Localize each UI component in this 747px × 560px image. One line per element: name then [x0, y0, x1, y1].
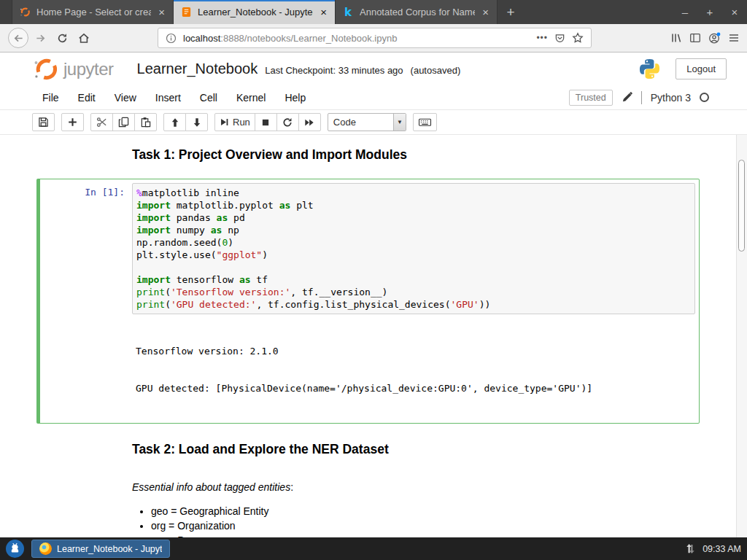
tab-learner-notebook[interactable]: Learner_Notebook - Jupyter N × — [174, 0, 336, 24]
markdown-cell-task1-heading[interactable]: Task 1: Project Overview and Import Modu… — [132, 147, 747, 163]
url-text[interactable]: localhost:8888/notebooks/Learner_Noteboo… — [183, 33, 530, 44]
back-icon — [8, 28, 28, 48]
cut-icon — [96, 117, 107, 128]
window-button-label: Learner_Notebook - Jupyter ... — [57, 544, 162, 554]
pocket-icon[interactable] — [554, 33, 565, 44]
paste-button[interactable] — [134, 113, 157, 131]
home-button[interactable] — [73, 27, 95, 49]
move-cell-up-button[interactable] — [163, 113, 186, 131]
code-editor[interactable]: %matplotlib inlineimport matplotlib.pypl… — [132, 183, 695, 314]
xfce-mouse-icon — [9, 542, 21, 555]
keyboard-icon — [418, 117, 432, 128]
clock[interactable]: 09:33 AM — [703, 544, 741, 554]
system-tray: 09:33 AM — [685, 543, 741, 554]
list-item: org = Organization — [151, 518, 747, 533]
url-path: :8888/notebooks/Learner_Notebook.ipynb — [220, 33, 397, 44]
menu-edit[interactable]: Edit — [69, 92, 105, 104]
run-button[interactable]: Run — [214, 113, 255, 131]
restart-run-all-button[interactable] — [298, 113, 321, 131]
edit-pencil-icon — [622, 92, 632, 103]
page-actions-icon[interactable]: ••• — [536, 33, 548, 43]
tab-home-page[interactable]: Home Page - Select or create × — [12, 0, 174, 24]
scrollbar-thumb[interactable] — [738, 160, 745, 252]
forward-button[interactable] — [29, 27, 51, 49]
copy-icon — [118, 117, 129, 128]
notebook-scrollbar[interactable] — [736, 135, 747, 537]
cell-type-select[interactable]: Code ▼ — [328, 113, 406, 131]
tab-close-icon[interactable]: × — [319, 7, 328, 18]
notebook-book-icon — [180, 7, 192, 18]
notebook-area: Task 1: Project Overview and Import Modu… — [0, 135, 747, 537]
menu-cell[interactable]: Cell — [190, 92, 227, 104]
logout-button[interactable]: Logout — [676, 58, 727, 79]
divider — [641, 91, 642, 104]
python-logo-icon — [638, 58, 661, 80]
output-line: GPU detected: [PhysicalDevice(name='/phy… — [136, 382, 592, 394]
run-icon — [220, 117, 229, 127]
menu-insert[interactable]: Insert — [146, 92, 190, 104]
applications-menu-button[interactable] — [6, 540, 24, 558]
network-icon[interactable] — [685, 543, 696, 554]
arrow-down-icon — [192, 117, 202, 128]
plus-icon — [68, 117, 77, 127]
library-icon[interactable] — [670, 32, 682, 44]
notebook-title-area[interactable]: Learner_Notebook Last Checkpoint: 33 min… — [137, 61, 461, 77]
account-icon[interactable] — [708, 32, 721, 44]
bookmark-star-icon[interactable] — [572, 32, 584, 44]
sidebar-icon[interactable] — [689, 32, 701, 44]
save-button[interactable] — [32, 113, 55, 131]
tab-kaggle-corpus[interactable]: k Annotated Corpus for Named × — [336, 0, 498, 24]
markdown-cell-task2-heading[interactable]: Task 2: Load and Explore the NER Dataset — [132, 441, 747, 457]
minimize-button[interactable]: – — [673, 0, 697, 24]
window-controls: – + × — [673, 0, 747, 24]
run-button-group: Run — [214, 113, 321, 131]
jupyter-page: jupyter Learner_Notebook Last Checkpoint… — [0, 52, 747, 537]
cut-button[interactable] — [90, 113, 113, 131]
firefox-icon — [39, 542, 52, 555]
copy-button[interactable] — [112, 113, 135, 131]
interrupt-kernel-button[interactable] — [255, 113, 277, 131]
notebook-title[interactable]: Learner_Notebook — [137, 61, 258, 77]
taskbar-window-button[interactable]: Learner_Notebook - Jupyter ... — [31, 540, 170, 558]
back-button[interactable] — [7, 27, 29, 49]
add-cell-button[interactable] — [61, 113, 84, 131]
reload-icon — [57, 33, 68, 44]
menu-file[interactable]: File — [33, 92, 69, 104]
output-prompt — [44, 320, 132, 419]
restart-kernel-button[interactable] — [276, 113, 299, 131]
browser-titlebar: Home Page - Select or create × Learner_N… — [0, 0, 747, 24]
trusted-badge: Trusted — [569, 90, 613, 106]
url-bar[interactable]: localhost:8888/notebooks/Learner_Noteboo… — [158, 28, 592, 48]
menu-kernel[interactable]: Kernel — [227, 92, 275, 104]
restart-icon — [282, 117, 293, 128]
jupyter-toolbar: Run Code ▼ — [0, 110, 747, 135]
browser-navbar: localhost:8888/notebooks/Learner_Noteboo… — [0, 24, 747, 52]
hamburger-menu-icon[interactable] — [728, 32, 740, 44]
new-tab-button[interactable]: + — [498, 0, 524, 24]
fast-forward-icon — [304, 117, 314, 128]
move-cell-down-button[interactable] — [185, 113, 208, 131]
stop-icon — [261, 118, 270, 127]
jupyter-menubar: File Edit View Insert Cell Kernel Help T… — [0, 85, 747, 110]
tab-close-icon[interactable]: × — [481, 7, 490, 18]
close-window-button[interactable]: × — [722, 0, 747, 24]
select-arrow-icon: ▼ — [393, 114, 406, 131]
menu-view[interactable]: View — [105, 92, 146, 104]
edit-button-group — [90, 113, 157, 131]
command-palette-button[interactable] — [413, 113, 437, 131]
save-icon — [38, 117, 49, 128]
tab-close-icon[interactable]: × — [157, 7, 166, 18]
menu-help[interactable]: Help — [275, 92, 315, 104]
site-info-icon[interactable] — [166, 33, 177, 44]
jupyter-logo[interactable]: jupyter — [33, 56, 114, 82]
paste-icon — [140, 117, 151, 128]
cell-output-row: Tensorflow version: 2.1.0 GPU detected: … — [44, 320, 695, 419]
input-prompt: In [1]: — [44, 183, 132, 314]
maximize-button[interactable]: + — [697, 0, 722, 24]
code-cell-selected[interactable]: In [1]: %matplotlib inlineimport matplot… — [36, 179, 700, 424]
entities-intro-text: Essential info about tagged entities: — [132, 481, 747, 494]
reload-button[interactable] — [51, 27, 73, 49]
cell-output: Tensorflow version: 2.1.0 GPU detected: … — [132, 320, 592, 419]
entity-tag-list: geo = Geographical Entity org = Organiza… — [132, 504, 747, 537]
cell-type-value: Code — [328, 117, 393, 128]
